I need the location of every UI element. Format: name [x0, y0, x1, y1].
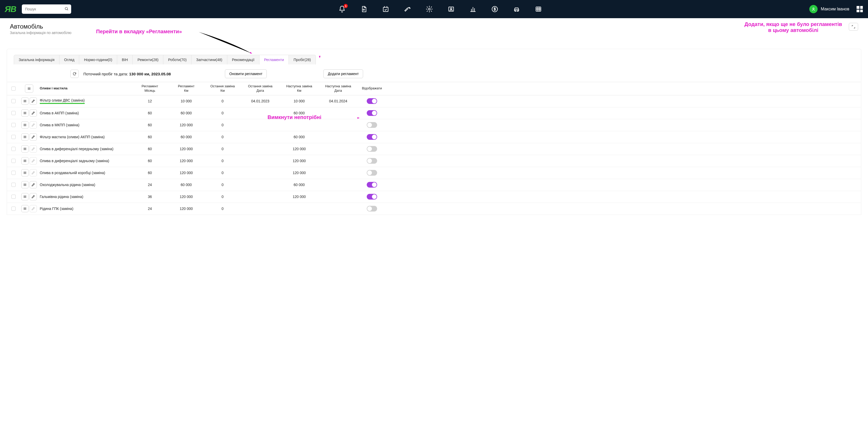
tab-4[interactable]: Ремонти(28): [133, 55, 163, 64]
row-edit-icon[interactable]: [30, 193, 37, 200]
regulations-table: Оливи і мастила РегламентМісяць Регламен…: [7, 82, 861, 215]
row-last-km: 0: [205, 97, 241, 105]
row-checkbox[interactable]: [11, 99, 16, 103]
row-checkbox[interactable]: [11, 183, 16, 187]
row-name: Рідина ГПК (заміна): [38, 204, 132, 213]
row-checkbox[interactable]: [11, 171, 16, 175]
add-regulation-button[interactable]: Додати регламент: [323, 69, 363, 78]
table-row: Олива в диференціалі передньому (заміна)…: [7, 143, 861, 155]
row-next-km: 120 000: [280, 169, 319, 177]
row-menu-icon[interactable]: [21, 181, 29, 188]
row-edit-icon[interactable]: [30, 181, 37, 188]
row-toggle[interactable]: [367, 158, 377, 164]
bell-icon[interactable]: 1: [338, 5, 346, 13]
row-month: 36: [132, 193, 168, 201]
row-next-date: [319, 171, 358, 175]
tab-1[interactable]: Огляд: [60, 55, 80, 64]
user-block[interactable]: Максим Іванов: [809, 5, 849, 13]
row-next-date: [319, 207, 358, 211]
row-menu-icon[interactable]: [21, 109, 29, 117]
row-checkbox[interactable]: [11, 159, 16, 163]
car-icon[interactable]: [513, 5, 520, 13]
row-last-date: [241, 111, 280, 115]
row-next-date: [319, 111, 358, 115]
row-next-km: 60 000: [280, 181, 319, 189]
row-name: Фільтр оливи ДВС (заміна): [38, 96, 132, 106]
row-menu-icon[interactable]: [21, 145, 29, 152]
wrench-icon[interactable]: [404, 5, 411, 13]
row-menu-icon[interactable]: [21, 205, 29, 212]
tab-5[interactable]: Роботи(70): [163, 55, 191, 64]
contact-icon[interactable]: [447, 5, 455, 13]
logo: ЯВ: [5, 4, 16, 14]
calendar-check-icon[interactable]: [382, 5, 389, 13]
header-menu-button[interactable]: [25, 84, 33, 93]
row-checkbox[interactable]: [11, 207, 16, 211]
row-name: Олива в диференціалі задньому (заміна): [38, 157, 132, 165]
row-name: Олива в АКПП (заміна): [38, 109, 132, 117]
tab-9[interactable]: Пробіг(28): [289, 55, 316, 64]
tab-6[interactable]: Запчастини(48): [191, 55, 227, 64]
row-edit-icon[interactable]: [30, 97, 37, 105]
row-menu-icon[interactable]: [21, 121, 29, 128]
row-toggle[interactable]: [367, 146, 377, 152]
tab-0[interactable]: Загальна інформація: [14, 55, 60, 64]
tab-7[interactable]: Рекомендації: [227, 55, 259, 64]
top-nav: ЯВ 1: [0, 0, 868, 18]
row-next-km: 120 000: [280, 193, 319, 201]
row-name: Гальмівна рідина (заміна): [38, 193, 132, 201]
row-checkbox[interactable]: [11, 147, 16, 151]
apps-icon[interactable]: [857, 6, 863, 12]
row-next-date: [319, 195, 358, 199]
checkbox-all[interactable]: [11, 87, 16, 91]
row-last-date: [241, 195, 280, 199]
page-shell: Автомобіль Загальна інформація по автомо…: [0, 18, 868, 215]
row-checkbox[interactable]: [11, 195, 16, 199]
row-toggle[interactable]: [367, 122, 377, 128]
row-last-date: [241, 207, 280, 211]
row-toggle[interactable]: [367, 134, 377, 140]
add-document-icon[interactable]: [360, 5, 368, 13]
row-edit-icon[interactable]: [30, 133, 37, 141]
row-toggle[interactable]: [367, 182, 377, 187]
chart-icon[interactable]: [469, 5, 476, 13]
tab-3[interactable]: BIH: [117, 55, 133, 64]
page-title: Автомобіль: [10, 23, 71, 30]
row-month: 60: [132, 133, 168, 141]
row-checkbox[interactable]: [11, 111, 16, 115]
money-icon[interactable]: [491, 5, 498, 13]
row-edit-icon: [30, 205, 37, 212]
row-edit-icon[interactable]: [30, 109, 37, 117]
tab-8[interactable]: Регламенти: [259, 55, 289, 64]
table-row: Олива в роздавальній коробці (заміна)601…: [7, 167, 861, 179]
row-toggle[interactable]: [367, 98, 377, 104]
row-toggle[interactable]: [367, 170, 377, 176]
row-month: 60: [132, 157, 168, 165]
grid-icon[interactable]: [535, 5, 542, 13]
settings-icon[interactable]: [426, 5, 433, 13]
row-month: 60: [132, 109, 168, 117]
row-menu-icon[interactable]: [21, 97, 29, 105]
row-toggle[interactable]: [367, 110, 377, 116]
row-edit-icon: [30, 145, 37, 152]
update-regulation-button[interactable]: Оновити регламент: [225, 69, 267, 78]
table-row: Охолоджувальна рідина (заміна)2460 00006…: [7, 179, 861, 191]
search-input[interactable]: [22, 4, 71, 14]
table-header: Оливи і мастила РегламентМісяць Регламен…: [7, 82, 861, 95]
row-menu-icon[interactable]: [21, 169, 29, 176]
row-km: 120 000: [168, 121, 205, 129]
row-toggle[interactable]: [367, 206, 377, 211]
refresh-button[interactable]: [70, 70, 79, 78]
row-toggle[interactable]: [367, 194, 377, 200]
row-checkbox[interactable]: [11, 123, 16, 127]
row-next-km: 60 000: [280, 109, 319, 117]
row-last-km: 0: [205, 204, 241, 213]
row-menu-icon[interactable]: [21, 193, 29, 200]
expand-button[interactable]: [849, 23, 858, 31]
row-next-km: 120 000: [280, 145, 319, 153]
row-menu-icon[interactable]: [21, 133, 29, 141]
row-menu-icon[interactable]: [21, 157, 29, 165]
row-checkbox[interactable]: [11, 135, 16, 139]
row-name: Охолоджувальна рідина (заміна): [38, 181, 132, 189]
tab-2[interactable]: Нормо-години(0): [79, 55, 117, 64]
